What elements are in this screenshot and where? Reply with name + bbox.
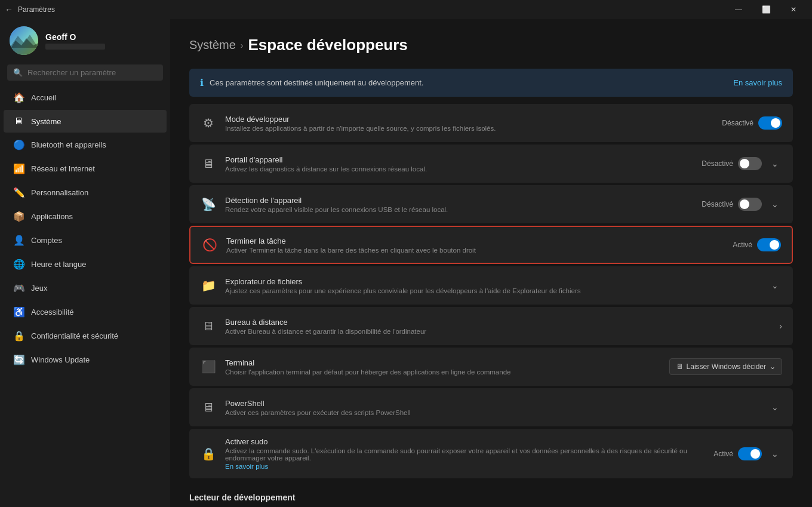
setting-text-activer-sudo: Activer sudo Activez la commande sudo. L… — [225, 437, 713, 470]
breadcrumb-chevron: › — [241, 41, 244, 50]
setting-icon-powershell: 🖥 — [200, 401, 217, 414]
user-tag — [45, 44, 105, 50]
setting-icon-portail-appareil: 🖥 — [200, 157, 217, 171]
expand-btn-detection-appareil[interactable]: ⌄ — [768, 197, 782, 211]
search-box[interactable]: 🔍 — [7, 64, 163, 81]
nav-label-confidentialite: Confidentialité et sécurité — [31, 331, 118, 340]
nav-label-accueil: Accueil — [31, 93, 56, 102]
setting-row-portail-appareil: 🖥 Portail d'appareil Activez les diagnos… — [189, 145, 793, 183]
setting-desc-activer-sudo: Activez la commande sudo. L'exécution de… — [225, 447, 713, 462]
nav-list: 🏠 Accueil 🖥 Système 🔵 Bluetooth et appar… — [0, 85, 170, 372]
titlebar-left: ← Paramètres — [5, 5, 55, 14]
nav-label-perso: Personnalisation — [31, 188, 88, 197]
setting-title-bureau-distance: Bureau à distance — [225, 318, 426, 327]
breadcrumb-current: Espace développeurs — [248, 36, 407, 54]
setting-row-left-activer-sudo: 🔒 Activer sudo Activez la commande sudo.… — [200, 437, 713, 470]
setting-row-right-bureau-distance: › — [779, 321, 782, 331]
setting-row-left-terminer-tache: 🚫 Terminer la tâche Activer Terminer la … — [201, 236, 733, 254]
nav-icon-bluetooth: 🔵 — [13, 139, 24, 150]
sidebar-item-windowsupdate[interactable]: 🔄 Windows Update — [4, 348, 167, 371]
nav-icon-confidentialite: 🔒 — [13, 330, 24, 342]
setting-text-bureau-distance: Bureau à distance Activer Bureau à dista… — [225, 318, 426, 335]
sidebar-item-comptes[interactable]: 👤 Comptes — [4, 229, 167, 252]
setting-row-left-terminal: ⬛ Terminal Choisir l'application termina… — [200, 358, 669, 376]
nav-icon-comptes: 👤 — [13, 235, 24, 246]
nav-icon-heure: 🌐 — [13, 259, 24, 270]
setting-row-right-explorateur-fichiers: ⌄ — [768, 278, 782, 293]
settings-list: ⚙ Mode développeur Installez des applica… — [189, 104, 793, 478]
setting-icon-terminal: ⬛ — [200, 359, 217, 374]
sidebar-item-systeme[interactable]: 🖥 Système — [4, 110, 167, 133]
toggle-wrapper-portail-appareil: Désactivé — [702, 157, 762, 170]
setting-title-activer-sudo: Activer sudo — [225, 437, 713, 446]
toggle-terminer-tache[interactable] — [757, 238, 781, 251]
toggle-label-portail-appareil: Désactivé — [702, 159, 733, 168]
maximize-button[interactable]: ⬜ — [752, 0, 780, 19]
setting-icon-activer-sudo: 🔒 — [200, 447, 217, 461]
setting-desc-terminer-tache: Activer Terminer la tâche dans la barre … — [226, 247, 476, 254]
setting-row-right-mode-developpeur: Désactivé — [722, 116, 782, 130]
setting-title-explorateur-fichiers: Explorateur de fichiers — [225, 277, 580, 286]
setting-row-right-portail-appareil: Désactivé ⌄ — [702, 156, 782, 171]
setting-row-bureau-distance: 🖥 Bureau à distance Activer Bureau à dis… — [189, 307, 793, 345]
setting-row-left-detection-appareil: 📡 Détection de l'appareil Rendez votre a… — [200, 196, 702, 213]
sidebar-item-heure[interactable]: 🌐 Heure et langue — [4, 253, 167, 276]
breadcrumb: Système › Espace développeurs — [189, 36, 793, 54]
toggle-mode-developpeur[interactable] — [758, 116, 782, 130]
sidebar-item-accueil[interactable]: 🏠 Accueil — [4, 86, 167, 109]
setting-row-left-portail-appareil: 🖥 Portail d'appareil Activez les diagnos… — [200, 155, 702, 173]
setting-desc-portail-appareil: Activez les diagnostics à distance sur l… — [225, 165, 427, 173]
toggle-wrapper-mode-developpeur: Désactivé — [722, 116, 782, 130]
nav-icon-accueil: 🏠 — [13, 92, 24, 103]
arrow-bureau-distance: › — [779, 321, 782, 331]
minimize-button[interactable]: — — [725, 0, 752, 19]
back-button[interactable]: ← — [5, 5, 13, 14]
info-banner-left: ℹ Ces paramètres sont destinés uniquemen… — [200, 77, 423, 88]
sidebar-item-jeux[interactable]: 🎮 Jeux — [4, 276, 167, 300]
setting-row-left-mode-developpeur: ⚙ Mode développeur Installez des applica… — [200, 115, 722, 132]
setting-row-explorateur-fichiers: 📁 Explorateur de fichiers Ajustez ces pa… — [189, 266, 793, 305]
dropdown-terminal[interactable]: 🖥 Laisser Windows décider ⌄ — [669, 358, 782, 375]
setting-row-left-bureau-distance: 🖥 Bureau à distance Activer Bureau à dis… — [200, 318, 779, 335]
expand-btn-explorateur-fichiers[interactable]: ⌄ — [768, 278, 782, 293]
sidebar-item-applications[interactable]: 📦 Applications — [4, 205, 167, 228]
setting-text-explorateur-fichiers: Explorateur de fichiers Ajustez ces para… — [225, 277, 580, 294]
setting-row-terminer-tache: 🚫 Terminer la tâche Activer Terminer la … — [189, 226, 793, 264]
setting-row-detection-appareil: 📡 Détection de l'appareil Rendez votre a… — [189, 185, 793, 223]
toggle-portail-appareil[interactable] — [738, 157, 762, 170]
sidebar-item-perso[interactable]: ✏️ Personnalisation — [4, 181, 167, 204]
sidebar-item-reseau[interactable]: 📶 Réseau et Internet — [4, 157, 167, 180]
nav-label-bluetooth: Bluetooth et appareils — [31, 140, 106, 149]
setting-icon-detection-appareil: 📡 — [200, 197, 217, 211]
toggle-detection-appareil[interactable] — [738, 198, 762, 211]
desc2-link-activer-sudo[interactable]: En savoir plus — [225, 463, 713, 470]
toggle-wrapper-detection-appareil: Désactivé — [702, 198, 762, 211]
setting-title-terminal: Terminal — [225, 358, 510, 367]
window-controls: — ⬜ ✕ — [725, 0, 807, 19]
close-button[interactable]: ✕ — [780, 0, 807, 19]
titlebar: ← Paramètres — ⬜ ✕ — [0, 0, 812, 19]
setting-title-mode-developpeur: Mode développeur — [225, 115, 496, 124]
setting-title-terminer-tache: Terminer la tâche — [226, 236, 476, 245]
setting-text-mode-developpeur: Mode développeur Installez des applicati… — [225, 115, 496, 132]
setting-row-right-activer-sudo: Activé ⌄ — [713, 447, 782, 461]
info-learn-more-link[interactable]: En savoir plus — [733, 78, 782, 87]
expand-btn-activer-sudo[interactable]: ⌄ — [768, 447, 782, 461]
setting-icon-explorateur-fichiers: 📁 — [200, 278, 217, 293]
sidebar-item-accessibilite[interactable]: ♿ Accessibilité — [4, 300, 167, 324]
toggle-activer-sudo[interactable] — [738, 447, 762, 460]
info-icon: ℹ — [200, 77, 204, 88]
search-input[interactable] — [27, 68, 157, 77]
toggle-label-terminer-tache: Activé — [733, 241, 752, 249]
setting-desc-mode-developpeur: Installez des applications à partir de n… — [225, 125, 496, 132]
sidebar-item-bluetooth[interactable]: 🔵 Bluetooth et appareils — [4, 133, 167, 156]
sidebar-item-confidentialite[interactable]: 🔒 Confidentialité et sécurité — [4, 324, 167, 348]
expand-btn-portail-appareil[interactable]: ⌄ — [768, 156, 782, 171]
section-label: Lecteur de développement — [189, 481, 793, 507]
breadcrumb-parent: Système — [189, 38, 236, 52]
user-info: Geoff O — [45, 32, 105, 50]
expand-btn-powershell[interactable]: ⌄ — [768, 400, 782, 414]
nav-icon-windowsupdate: 🔄 — [13, 354, 24, 365]
setting-title-powershell: PowerShell — [225, 399, 411, 408]
dropdown-label-terminal: Laisser Windows décider — [687, 362, 766, 371]
